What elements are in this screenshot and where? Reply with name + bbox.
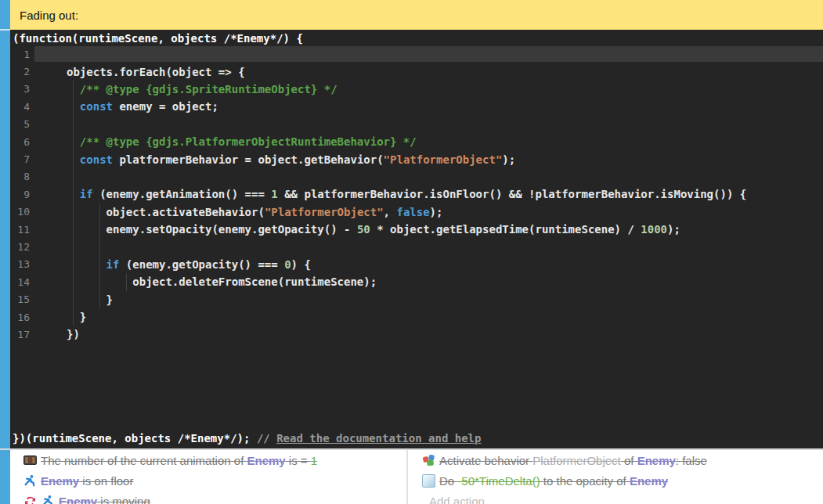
code-line-5[interactable]: 5 (10, 116, 823, 133)
code-footer-line: })(runtimeScene, objects /*Enemy*/); // … (10, 430, 823, 447)
line-number: 11 (10, 224, 34, 236)
code-line-15[interactable]: 15 } (10, 290, 823, 308)
code-line-text: const enemy = object; (34, 99, 823, 114)
code-footer-comment-prefix: // (257, 432, 276, 445)
code-line-text (34, 169, 823, 185)
code-line-text (34, 117, 823, 132)
indent-guide (73, 81, 74, 326)
code-line-13[interactable]: 13 if (enemy.getOpacity() === 0) { (10, 256, 823, 273)
event-sentence: Enemy is moving (59, 495, 150, 504)
line-number: 14 (10, 276, 34, 288)
behavior-icon (421, 454, 435, 467)
line-number: 10 (10, 206, 34, 218)
event-sentence: Activate behavior PlatformerObject of En… (439, 454, 707, 467)
code-line-text: object.deleteFromScene(runtimeScene); (34, 274, 823, 290)
animation-icon (23, 454, 37, 467)
code-line-3[interactable]: 3 /** @type {gdjs.SpriteRuntimeObject} *… (10, 81, 823, 98)
line-number: 5 (10, 118, 34, 130)
invert-icon (23, 495, 37, 504)
line-number: 12 (10, 241, 34, 253)
conditions-column: The number of the current animation of E… (10, 450, 406, 504)
code-line-text: } (34, 309, 823, 325)
line-number: 15 (10, 293, 34, 305)
code-line-6[interactable]: 6 /** @type {gdjs.PlatformerObjectRuntim… (10, 133, 823, 150)
comment-block[interactable]: Fading out: (10, 0, 823, 30)
code-line-4[interactable]: 4 const enemy = object; (10, 98, 823, 115)
run-icon (23, 474, 37, 488)
code-line-text: if (enemy.getOpacity() === 0) { (34, 257, 823, 272)
code-line-14[interactable]: 14 object.deleteFromScene(runtimeScene); (10, 273, 823, 290)
line-number: 17 (10, 329, 34, 340)
comment-text: Fading out: (20, 9, 78, 22)
line-number: 4 (10, 101, 34, 113)
event-sentence: Enemy is on floor (41, 474, 133, 488)
line-number: 16 (10, 311, 34, 323)
code-line-text: enemy.setOpacity(enemy.getOpacity() - 50… (34, 221, 823, 237)
line-number: 2 (10, 66, 34, 77)
condition-animation-number[interactable]: The number of the current animation of E… (10, 450, 406, 470)
code-line-text (34, 46, 823, 62)
event-sentence: Do -50*TimeDelta() to the opacity of Ene… (439, 474, 668, 488)
line-number: 9 (10, 189, 34, 200)
code-line-text: const platformerBehavior = object.getBeh… (34, 152, 823, 167)
code-line-text: objects.forEach(object => { (34, 64, 823, 80)
code-line-2[interactable]: 2objects.forEach(object => { (10, 63, 823, 80)
code-lines[interactable]: 12objects.forEach(object => {3 /** @type… (10, 45, 823, 344)
code-header-line: (function(runtimeScene, objects /*Enemy*… (10, 30, 823, 45)
code-line-7[interactable]: 7 const platformerBehavior = object.getB… (10, 150, 823, 167)
code-line-8[interactable]: 8 (10, 168, 823, 185)
code-line-text: object.activateBehavior("PlatformerObjec… (34, 204, 823, 220)
code-line-text (34, 239, 823, 254)
conditions-actions-divider (406, 450, 408, 504)
line-number: 7 (10, 153, 34, 165)
documentation-link[interactable]: Read the documentation and help (276, 432, 481, 445)
opacity-icon (421, 474, 435, 488)
line-number: 13 (10, 258, 34, 270)
action-change-opacity[interactable]: Do -50*TimeDelta() to the opacity of Ene… (409, 470, 823, 491)
run-icon (41, 495, 55, 504)
condition-is-moving-inverted[interactable]: Enemy is moving (10, 491, 406, 504)
code-line-9[interactable]: 9 if (enemy.getAnimation() === 1 && plat… (10, 185, 823, 203)
events-sheet: Fading out: (function(runtimeScene, obje… (0, 0, 823, 504)
code-line-text: } (34, 292, 823, 308)
code-line-17[interactable]: 17}) (10, 326, 823, 343)
actions-column: Activate behavior PlatformerObject of En… (409, 450, 823, 504)
code-line-text: /** @type {gdjs.SpriteRuntimeObject} */ (34, 81, 823, 97)
indent-guide (126, 273, 127, 290)
event-left-margin (0, 0, 10, 504)
event-sentence: The number of the current animation of E… (41, 454, 317, 467)
line-number: 8 (10, 171, 34, 182)
code-footer-code: })(runtimeScene, objects /*Enemy*/); (13, 432, 257, 445)
code-line-text: }) (34, 326, 823, 342)
code-line-12[interactable]: 12 (10, 238, 823, 255)
code-line-text: /** @type {gdjs.PlatformerObjectRuntimeB… (34, 134, 823, 149)
code-line-16[interactable]: 16 } (10, 308, 823, 326)
add-action-button[interactable]: Add action (409, 491, 823, 504)
line-number: 3 (10, 83, 34, 95)
js-code-event-editor[interactable]: (function(runtimeScene, objects /*Enemy*… (10, 30, 823, 448)
indent-guide (99, 203, 100, 308)
action-activate-behavior[interactable]: Activate behavior PlatformerObject of En… (409, 450, 823, 470)
code-line-text: if (enemy.getAnimation() === 1 && platfo… (34, 186, 823, 202)
line-number: 6 (10, 136, 34, 148)
code-line-11[interactable]: 11 enemy.setOpacity(enemy.getOpacity() -… (10, 221, 823, 238)
condition-is-on-floor[interactable]: Enemy is on floor (10, 470, 406, 491)
disabled-event-block: The number of the current animation of E… (10, 450, 823, 504)
line-number: 1 (10, 49, 34, 60)
code-line-10[interactable]: 10 object.activateBehavior("PlatformerOb… (10, 203, 823, 221)
code-line-1[interactable]: 1 (10, 45, 823, 63)
event-separator (0, 29, 10, 31)
